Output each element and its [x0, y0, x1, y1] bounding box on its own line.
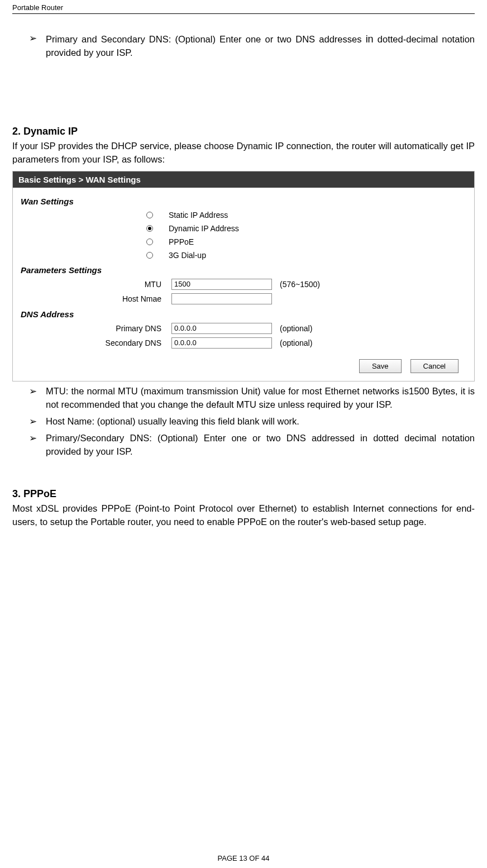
group-params-title: Parameters Settings — [21, 265, 466, 275]
bullet-mtu: MTU: the normal MTU (maximum transmissio… — [46, 385, 475, 412]
host-name-label: Host Nmae — [21, 294, 171, 303]
radio-dynamic-ip[interactable]: Dynamic IP Address — [21, 222, 466, 235]
page-header-title: Portable Router — [12, 3, 475, 14]
top-bullet-list: Primary and Secondary DNS: (Optional) En… — [12, 32, 475, 60]
bullet-dns-mid: Primary/Secondary DNS: (Optional) Enter … — [46, 432, 475, 459]
primary-dns-hint: (optional) — [280, 324, 312, 333]
bullet-dns-top: Primary and Secondary DNS: (Optional) En… — [46, 32, 475, 60]
section-dynamic-ip-body: If your ISP provides the DHCP service, p… — [12, 140, 475, 166]
host-name-input[interactable] — [171, 293, 272, 304]
radio-icon — [146, 252, 153, 259]
bullet-host-name: Host Name: (optional) usually leaving th… — [46, 415, 475, 428]
section-pppoe-body: Most xDSL provides PPPoE (Point-to Point… — [12, 502, 475, 529]
primary-dns-label: Primary DNS — [21, 324, 171, 333]
section-dynamic-ip-heading: 2. Dynamic IP — [12, 126, 475, 137]
panel-title: Basic Settings > WAN Settings — [13, 171, 474, 188]
radio-icon — [146, 212, 153, 218]
secondary-dns-label: Secondary DNS — [21, 338, 171, 347]
radio-icon — [146, 239, 153, 245]
radio-3g-dialup[interactable]: 3G Dial-up — [21, 249, 466, 262]
radio-static-ip[interactable]: Static IP Address — [21, 208, 466, 222]
secondary-dns-hint: (optional) — [280, 338, 312, 347]
group-wan-title: Wan Settings — [21, 197, 466, 206]
primary-dns-input[interactable] — [171, 323, 272, 334]
secondary-dns-input[interactable] — [171, 337, 272, 349]
radio-static-ip-label: Static IP Address — [169, 211, 228, 220]
mtu-hint: (576~1500) — [280, 280, 320, 289]
wan-settings-panel: Basic Settings > WAN Settings Wan Settin… — [12, 171, 475, 381]
radio-pppoe[interactable]: PPPoE — [21, 235, 466, 249]
mid-bullet-list: MTU: the normal MTU (maximum transmissio… — [12, 385, 475, 459]
mtu-input[interactable] — [171, 279, 272, 290]
radio-dynamic-ip-label: Dynamic IP Address — [169, 224, 239, 233]
bullet-dns-top-prefix: Primary and Secondary DNS: (Optional) En… — [46, 34, 366, 44]
page-footer: PAGE 13 OF 44 — [0, 854, 487, 862]
radio-3g-dialup-label: 3G Dial-up — [169, 251, 206, 260]
mtu-label: MTU — [21, 280, 171, 289]
group-dns-title: DNS Address — [21, 309, 466, 319]
save-button[interactable]: Save — [359, 359, 402, 373]
bullet-dns-top-in: in — [366, 34, 374, 45]
cancel-button[interactable]: Cancel — [410, 359, 459, 373]
section-pppoe-heading: 3. PPPoE — [12, 488, 475, 500]
radio-pppoe-label: PPPoE — [169, 237, 194, 246]
radio-icon — [146, 225, 153, 232]
page-header-title-text: Portable Router — [12, 3, 63, 12]
